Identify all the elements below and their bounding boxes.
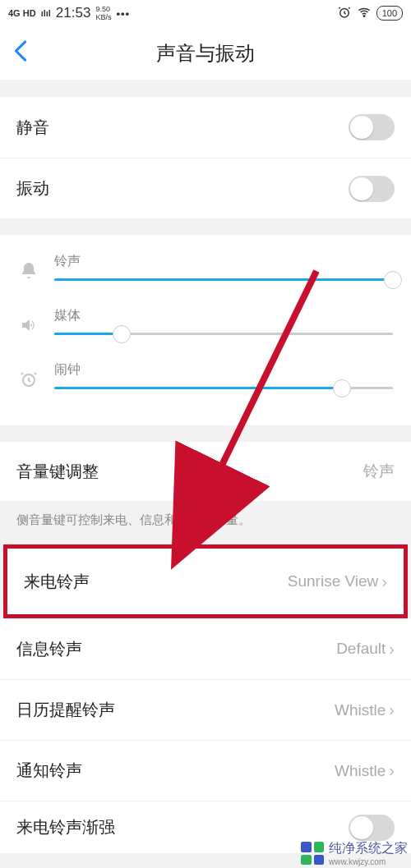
mute-toggle[interactable] — [349, 114, 395, 140]
status-time: 21:53 — [56, 5, 91, 21]
media-slider[interactable] — [54, 333, 393, 335]
crescendo-toggle[interactable] — [349, 815, 395, 841]
calendar-ringtone-label: 日历提醒铃声 — [16, 699, 115, 721]
row-incoming-ringtone[interactable]: 来电铃声 Sunrise View › — [7, 549, 404, 614]
incoming-ringtone-value: Sunrise View — [288, 572, 379, 590]
ringtone-slider[interactable] — [54, 278, 393, 281]
page-title: 声音与振动 — [0, 40, 411, 67]
notify-ringtone-label: 通知铃声 — [16, 760, 82, 782]
vibrate-label: 振动 — [16, 177, 49, 200]
row-mute[interactable]: 静音 — [0, 97, 411, 158]
slider-alarm: 闹钟 — [16, 361, 393, 407]
media-slider-label: 媒体 — [54, 307, 393, 324]
more-icon: ••• — [116, 7, 130, 20]
calendar-ringtone-value: Whistle — [335, 701, 386, 719]
slider-ringtone: 铃声 — [16, 253, 393, 307]
alarm-slider-thumb[interactable] — [333, 379, 351, 397]
row-message-ringtone[interactable]: 信息铃声 Default › — [0, 618, 411, 679]
watermark-text: 纯净系统之家 — [329, 840, 408, 857]
signal-bars-icon: ılıl — [41, 8, 51, 18]
message-ringtone-label: 信息铃声 — [16, 638, 82, 660]
chevron-right-icon: › — [389, 761, 395, 780]
back-button[interactable] — [13, 39, 28, 67]
speaker-icon — [16, 315, 41, 335]
alarm-slider[interactable] — [54, 387, 393, 389]
row-vibrate[interactable]: 振动 — [0, 158, 411, 218]
volume-key-label: 音量键调整 — [16, 461, 99, 483]
highlight-box: 来电铃声 Sunrise View › — [3, 544, 408, 618]
watermark-url: www.kwjzy.com — [329, 857, 408, 866]
row-calendar-ringtone[interactable]: 日历提醒铃声 Whistle › — [0, 679, 411, 740]
alarm-slider-label: 闹钟 — [54, 361, 393, 379]
chevron-right-icon: › — [381, 572, 387, 591]
volume-sliders: 铃声 媒体 闹钟 — [0, 235, 411, 425]
vibrate-toggle[interactable] — [349, 176, 395, 202]
status-bar: 4G HD ılıl 21:53 9.50KB/s ••• 100 — [0, 0, 411, 26]
row-notify-ringtone[interactable]: 通知铃声 Whistle › — [0, 740, 411, 801]
ringtone-slider-label: 铃声 — [54, 253, 393, 270]
crescendo-label: 来电铃声渐强 — [16, 816, 115, 838]
svg-point-1 — [363, 15, 365, 16]
bell-icon — [16, 261, 41, 281]
watermark-logo-icon — [301, 842, 324, 865]
net-speed: 9.50KB/s — [95, 5, 111, 21]
ringtone-slider-thumb[interactable] — [384, 271, 402, 289]
alarm-icon — [337, 5, 352, 22]
mute-label: 静音 — [16, 117, 49, 139]
notify-ringtone-value: Whistle — [335, 762, 386, 780]
chevron-right-icon: › — [389, 640, 395, 659]
media-slider-thumb[interactable] — [113, 325, 131, 343]
volume-key-value: 铃声 — [363, 461, 395, 482]
slider-media: 媒体 — [16, 307, 393, 361]
alarm-clock-icon — [16, 370, 41, 389]
message-ringtone-value: Default — [336, 640, 386, 658]
network-type-icon: 4G HD — [8, 8, 36, 18]
incoming-ringtone-label: 来电铃声 — [24, 571, 90, 593]
nav-bar: 声音与振动 — [0, 26, 411, 80]
battery-indicator: 100 — [376, 6, 403, 21]
row-volume-key-adjust[interactable]: 音量键调整 铃声 — [0, 442, 411, 501]
wifi-icon — [357, 5, 372, 22]
chevron-right-icon: › — [389, 700, 395, 719]
volume-key-hint: 侧音量键可控制来电、信息和通知的音量。 — [0, 501, 411, 544]
watermark: 纯净系统之家 www.kwjzy.com — [301, 840, 408, 866]
